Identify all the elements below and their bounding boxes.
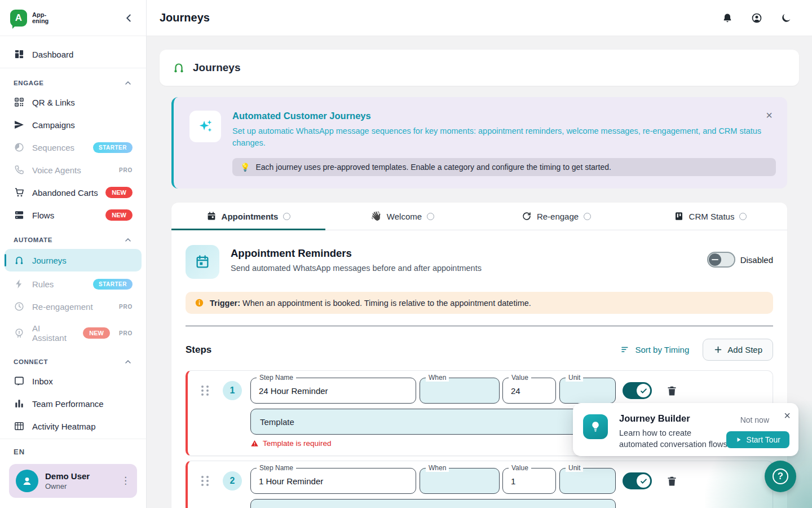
- category-enable-toggle[interactable]: [707, 252, 735, 268]
- sidebar-item-abandoned-carts[interactable]: Abandoned Carts NEW: [0, 181, 146, 204]
- page-title: Journeys: [193, 62, 240, 74]
- sidebar-item-rules[interactable]: Rules STARTER: [0, 273, 146, 295]
- category-tabs: Appointments 👋 Welcome Re-engage: [171, 203, 787, 230]
- unit-select[interactable]: Unit: [559, 378, 616, 404]
- value-input[interactable]: [503, 476, 555, 486]
- sparkles-icon: [197, 118, 214, 135]
- sidebar-item-sequences[interactable]: Sequences STARTER: [0, 136, 146, 159]
- template-placeholder: Template: [251, 417, 303, 427]
- drag-handle-icon[interactable]: [201, 476, 210, 486]
- bolt-icon: [14, 278, 25, 290]
- popup-description: Learn how to create automated conversati…: [619, 427, 732, 450]
- sidebar-footer: EN Demo User Owner ⋮: [0, 439, 146, 508]
- sidebar-item-activity-heatmap[interactable]: Activity Heatmap: [0, 415, 146, 437]
- starter-badge: STARTER: [93, 142, 133, 153]
- add-step-button[interactable]: Add Step: [703, 339, 773, 361]
- value-label: Value: [509, 374, 531, 382]
- toggle-knob: [637, 384, 650, 397]
- help-button[interactable]: ?: [765, 461, 796, 492]
- topbar: Journeys: [147, 0, 812, 36]
- section-label: AUTOMATE: [14, 237, 52, 243]
- start-tour-label: Start Tour: [747, 435, 780, 444]
- chevron-left-icon: [122, 12, 135, 24]
- banner-description: Set up automatic WhatsApp message sequen…: [232, 125, 765, 149]
- send-icon: [14, 119, 25, 130]
- when-select[interactable]: When: [420, 378, 500, 404]
- sidebar: A App- ening Dashboard ENGAGE: [0, 0, 147, 508]
- tab-status-circle: [427, 213, 434, 220]
- sequence-icon: [14, 142, 25, 153]
- trash-icon: [666, 475, 678, 487]
- toggle-knob: [709, 253, 721, 266]
- sidebar-collapse-button[interactable]: [122, 11, 136, 25]
- language-selector[interactable]: EN: [0, 439, 146, 461]
- tab-welcome[interactable]: 👋 Welcome: [325, 203, 479, 230]
- sidebar-item-label: Dashboard: [32, 50, 73, 59]
- sidebar-item-qr-links[interactable]: QR & Links: [0, 91, 146, 113]
- ai-icon: [14, 327, 25, 339]
- tab-appointments[interactable]: Appointments: [171, 203, 325, 230]
- sort-icon: [620, 345, 630, 355]
- sidebar-item-flows[interactable]: Flows NEW: [0, 204, 146, 226]
- step-name-label: Step Name: [257, 374, 296, 382]
- sidebar-logo-row: A App- ening: [0, 0, 146, 36]
- sidebar-item-voice-agents[interactable]: Voice Agents PRO: [0, 159, 146, 181]
- banner-close-icon[interactable]: ×: [766, 110, 773, 121]
- value-input[interactable]: [503, 386, 555, 396]
- user-card[interactable]: Demo User Owner ⋮: [9, 464, 137, 498]
- sidebar-item-journeys[interactable]: Journeys: [5, 249, 142, 271]
- value-field: Value: [502, 468, 556, 494]
- step-name-input[interactable]: [251, 386, 416, 396]
- moon-icon[interactable]: [780, 12, 792, 24]
- tab-re-engage[interactable]: Re-engage: [479, 203, 633, 230]
- step-name-input[interactable]: [251, 476, 416, 486]
- sidebar-item-team-performance[interactable]: Team Performance: [0, 392, 146, 415]
- popup-close-icon[interactable]: ×: [784, 410, 791, 421]
- divider: [186, 326, 773, 326]
- template-select[interactable]: Template: [250, 409, 616, 435]
- sidebar-item-dashboard[interactable]: Dashboard: [0, 43, 146, 65]
- drag-handle-icon[interactable]: [201, 386, 210, 396]
- sidebar-item-campaigns[interactable]: Campaigns: [0, 113, 146, 136]
- step-name-field: Step Name: [250, 468, 416, 494]
- delete-step-button[interactable]: [666, 475, 678, 487]
- value-field: Value: [502, 378, 556, 404]
- new-badge: NEW: [83, 327, 110, 339]
- template-select[interactable]: Template: [250, 499, 616, 508]
- tab-crm-status[interactable]: CRM Status: [633, 203, 787, 230]
- step-enabled-toggle[interactable]: [623, 382, 652, 399]
- sidebar-item-re-engagement[interactable]: Re-engagement PRO: [0, 295, 146, 318]
- not-now-button[interactable]: Not now: [740, 415, 769, 424]
- page-header: Journeys: [160, 50, 799, 86]
- topbar-title: Journeys: [160, 11, 210, 24]
- category-status-label: Disabled: [740, 255, 773, 265]
- calendar-icon: [195, 254, 210, 270]
- user-menu-icon[interactable]: ⋮: [121, 477, 130, 485]
- question-mark-icon: ?: [773, 468, 788, 484]
- delete-step-button[interactable]: [666, 384, 678, 397]
- sidebar-item-inbox[interactable]: Inbox: [0, 370, 146, 392]
- info-banner: Automated Customer Journeys Set up autom…: [171, 97, 787, 189]
- sort-by-timing-button[interactable]: Sort by Timing: [620, 345, 689, 355]
- sidebar-item-label: Activity Heatmap: [32, 422, 96, 431]
- sidebar-nav: Dashboard ENGAGE QR & Links Campaigns Se…: [0, 36, 146, 439]
- when-label: When: [426, 374, 449, 382]
- check-icon: [639, 387, 648, 395]
- when-label: When: [426, 464, 449, 472]
- sidebar-section-connect[interactable]: CONNECT: [0, 348, 146, 370]
- sidebar-section-automate[interactable]: AUTOMATE: [0, 226, 146, 248]
- sidebar-section-engage[interactable]: ENGAGE: [0, 69, 146, 91]
- bell-icon[interactable]: [722, 12, 733, 24]
- unit-select[interactable]: Unit: [559, 468, 616, 494]
- start-tour-button[interactable]: Start Tour: [726, 431, 789, 448]
- calendar-icon-box: [186, 245, 219, 279]
- sidebar-item-ai-assistant[interactable]: AI Assistant NEW PRO: [0, 318, 146, 348]
- new-badge: NEW: [105, 187, 133, 198]
- cart-icon: [14, 187, 25, 198]
- when-select[interactable]: When: [420, 468, 500, 494]
- sidebar-item-label: Journeys: [32, 256, 67, 265]
- step-enabled-toggle[interactable]: [623, 472, 652, 489]
- account-icon[interactable]: [751, 12, 762, 24]
- wave-icon: 👋: [370, 212, 382, 221]
- steps-heading: Steps: [186, 344, 211, 356]
